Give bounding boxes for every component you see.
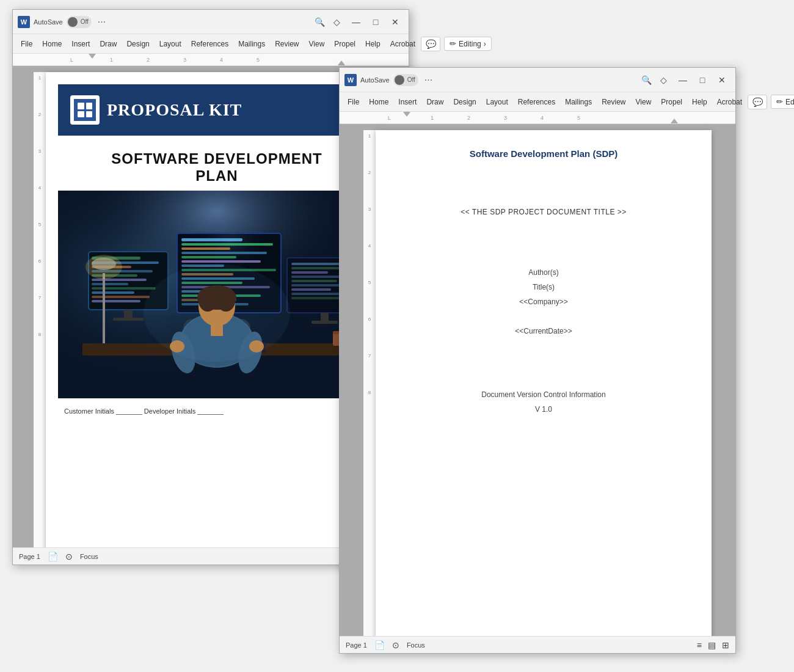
title-bar-back: W AutoSave Off ··· 🔍 ◇ — □ ✕ [13, 10, 409, 34]
menu-front-layout[interactable]: Layout [482, 95, 512, 109]
focus-label-front[interactable]: Focus [407, 641, 425, 649]
toggle-knob [68, 17, 78, 27]
menu-front-acrobat[interactable]: Acrobat [713, 95, 746, 109]
menu-draw[interactable]: Draw [95, 37, 121, 51]
ruler-front-mark-8: 8 [368, 390, 371, 426]
minimize-button[interactable]: — [348, 13, 365, 31]
menu-front-view[interactable]: View [632, 95, 656, 109]
view3-icon-front[interactable]: ⊞ [722, 640, 729, 650]
svg-rect-17 [113, 318, 144, 321]
svg-rect-11 [92, 283, 128, 285]
focus-label[interactable]: Focus [80, 553, 98, 560]
svg-rect-10 [92, 279, 147, 281]
editing-button-front[interactable]: ✏ Editing › [771, 95, 794, 109]
cover-title: SOFTWARE DEVELOPMENT PLAN [58, 150, 376, 184]
title-bar-left: W AutoSave Off ··· [18, 16, 311, 28]
pk-logo-cell-1 [78, 103, 84, 109]
minimize-button-front[interactable]: — [674, 71, 691, 89]
close-button-front[interactable]: ✕ [713, 71, 730, 89]
autosave-toggle-front[interactable]: Off [393, 74, 418, 86]
page-icon[interactable]: 📄 [48, 552, 58, 561]
ruler-front: L 1 2 3 4 5 [340, 112, 735, 124]
ruler-front-content: L 1 2 3 4 5 [342, 112, 733, 123]
svg-rect-24 [181, 256, 236, 258]
view1-icon-front[interactable]: ≡ [697, 640, 702, 650]
toggle-off-label: Off [79, 18, 90, 25]
svg-rect-22 [181, 247, 230, 250]
svg-rect-48 [321, 313, 329, 322]
cover-header: Proposal Kit [58, 84, 376, 136]
view2-icon-front[interactable]: ▤ [708, 640, 716, 650]
menu-front-home[interactable]: Home [365, 95, 393, 109]
sdp-meta: Author(s) Title(s) <<Company>> <<Current… [412, 265, 675, 338]
menu-front-references[interactable]: References [514, 95, 559, 109]
comment-button[interactable]: 💬 [421, 37, 440, 51]
search-icon[interactable]: 🔍 [311, 13, 328, 31]
menu-layout[interactable]: Layout [155, 37, 186, 51]
menu-file[interactable]: File [16, 37, 37, 51]
maximize-button[interactable]: □ [367, 13, 384, 31]
search-icon-front[interactable]: 🔍 [638, 71, 655, 89]
diamond-icon[interactable]: ◇ [328, 13, 345, 31]
word-app-icon: W [18, 16, 30, 28]
ruler-indent-marker-front[interactable] [403, 112, 410, 117]
ruler-mark-7: 7 [38, 295, 41, 332]
menu-bar-front: File Home Insert Draw Design Layout Refe… [340, 92, 735, 112]
menu-insert[interactable]: Insert [67, 37, 94, 51]
menu-mailings[interactable]: Mailings [234, 37, 269, 51]
menu-references[interactable]: References [187, 37, 233, 51]
title-bar-front-controls: ◇ — □ ✕ [655, 71, 730, 89]
cover-illustration [58, 191, 376, 398]
pk-logo-cell-2 [86, 103, 93, 109]
menu-front-file[interactable]: File [343, 95, 363, 109]
svg-rect-15 [92, 300, 140, 302]
menu-front-design[interactable]: Design [449, 95, 480, 109]
focus-icon-front[interactable]: ⊙ [392, 640, 399, 650]
menu-front-propel[interactable]: Propel [657, 95, 687, 109]
menu-review[interactable]: Review [271, 37, 303, 51]
title-bar-front: W AutoSave Off ··· 🔍 ◇ — □ ✕ [340, 68, 735, 92]
menu-help[interactable]: Help [361, 37, 385, 51]
editing-button[interactable]: ✏ Editing › [444, 37, 492, 51]
svg-rect-49 [311, 321, 338, 324]
status-bar-front-right: ≡ ▤ ⊞ [697, 640, 729, 650]
ruler-right-marker[interactable] [338, 60, 345, 65]
close-button[interactable]: ✕ [387, 13, 404, 31]
menu-front-review[interactable]: Review [597, 95, 630, 109]
menu-front-help[interactable]: Help [688, 95, 712, 109]
sdp-version-section: Document Version Control Information V 1… [412, 387, 675, 417]
autosave-label: AutoSave [34, 18, 63, 26]
focus-icon[interactable]: ⊙ [65, 552, 73, 561]
menu-front-draw[interactable]: Draw [422, 95, 448, 109]
page-icon-front[interactable]: 📄 [374, 640, 385, 650]
ruler-mark-5: 5 [38, 222, 41, 258]
menu-front-mailings[interactable]: Mailings [561, 95, 596, 109]
maximize-button-front[interactable]: □ [694, 71, 711, 89]
menu-design[interactable]: Design [122, 37, 153, 51]
brand-name: Proposal Kit [107, 100, 242, 120]
menu-acrobat[interactable]: Acrobat [386, 37, 420, 51]
word-app-icon-front: W [344, 74, 357, 86]
ruler-indent-marker[interactable] [89, 54, 96, 59]
comment-button-front[interactable]: 💬 [748, 95, 767, 109]
menu-view[interactable]: View [305, 37, 329, 51]
more-options-icon[interactable]: ··· [95, 16, 108, 27]
document-page-back: Proposal Kit SOFTWARE DEVELOPMENT PLAN [46, 72, 388, 547]
svg-rect-12 [92, 287, 156, 290]
svg-rect-43 [291, 280, 337, 282]
ruler-right-marker-front[interactable] [671, 119, 678, 123]
autosave-label-front: AutoSave [360, 76, 390, 84]
version-label: V 1.0 [412, 402, 675, 417]
status-bar-front: Page 1 📄 ⊙ Focus ≡ ▤ ⊞ [340, 636, 735, 653]
cover-footer: Customer Initials _______ Developer Init… [64, 407, 370, 415]
ruler-front-mark-3: 3 [368, 206, 371, 243]
ruler-mark-1: 1 [38, 75, 41, 112]
menu-front-insert[interactable]: Insert [394, 95, 421, 109]
menu-home[interactable]: Home [38, 37, 66, 51]
autosave-toggle[interactable]: Off [67, 16, 92, 28]
pk-logo-grid [78, 103, 92, 117]
toggle-off-label-front: Off [406, 76, 417, 83]
more-options-icon-front[interactable]: ··· [422, 75, 435, 86]
menu-propel[interactable]: Propel [330, 37, 360, 51]
diamond-icon-front[interactable]: ◇ [655, 71, 672, 89]
